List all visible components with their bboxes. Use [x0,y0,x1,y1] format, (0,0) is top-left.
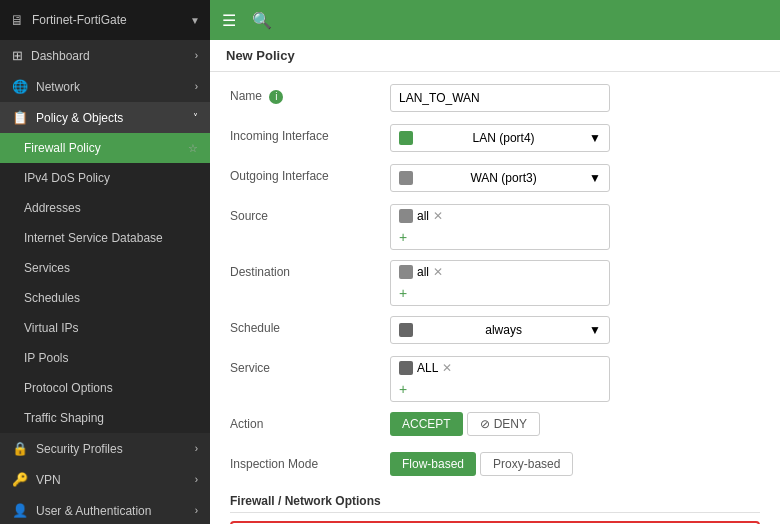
sidebar-item-label: Traffic Shaping [24,411,104,425]
sidebar-item-label: Internet Service Database [24,231,163,245]
incoming-interface-select[interactable]: LAN (port4) ▼ [390,124,610,152]
chevron-down-icon: ▼ [190,15,200,26]
outgoing-interface-row: Outgoing Interface WAN (port3) ▼ [230,164,760,194]
outgoing-interface-select[interactable]: WAN (port3) ▼ [390,164,610,192]
source-tag-icon [399,209,413,223]
source-label: Source [230,204,390,223]
sidebar-item-label: Policy & Objects [36,111,123,125]
sidebar-item-label: Firewall Policy [24,141,101,155]
name-input[interactable] [390,84,610,112]
service-value: ALL [417,361,438,375]
sidebar-item-label: Addresses [24,201,81,215]
source-control: all ✕ + [390,204,760,250]
inspection-mode-control: Flow-based Proxy-based [390,452,760,476]
remove-service-icon[interactable]: ✕ [442,361,452,375]
device-icon: 🖥 [10,12,24,28]
chevron-right-icon: › [195,81,198,92]
schedule-value: always [485,323,522,337]
schedule-label: Schedule [230,316,390,335]
sidebar-item-protocol-options[interactable]: Protocol Options [0,373,210,403]
sidebar-item-traffic-shaping[interactable]: Traffic Shaping [0,403,210,433]
action-row: Action ACCEPT ⊘ DENY [230,412,760,442]
user-icon: 👤 [12,503,28,518]
destination-tag-box[interactable]: all ✕ + [390,260,610,306]
name-label: Name i [230,84,390,104]
remove-destination-icon[interactable]: ✕ [433,265,443,279]
sidebar-item-vpn[interactable]: 🔑 VPN › [0,464,210,495]
menu-icon[interactable]: ☰ [222,11,236,30]
content-area: Name i Incoming Interface LAN (port4) ▼ … [210,72,780,524]
inspection-mode-label: Inspection Mode [230,452,390,471]
action-btn-group: ACCEPT ⊘ DENY [390,412,760,436]
chevron-down-icon: ˅ [193,112,198,123]
sidebar-top: 🖥 Fortinet-FortiGate ▼ [0,0,210,40]
sidebar-item-ipv4-dos[interactable]: IPv4 DoS Policy [0,163,210,193]
proxy-based-button[interactable]: Proxy-based [480,452,573,476]
info-icon[interactable]: i [269,90,283,104]
sidebar-item-label: User & Authentication [36,504,151,518]
sidebar-item-user-auth[interactable]: 👤 User & Authentication › [0,495,210,524]
sidebar-item-internet-service-db[interactable]: Internet Service Database [0,223,210,253]
destination-value: all [417,265,429,279]
sidebar-item-firewall-policy[interactable]: Firewall Policy ☆ [0,133,210,163]
schedule-row: Schedule always ▼ [230,316,760,346]
star-icon: ☆ [188,142,198,155]
deny-button[interactable]: ⊘ DENY [467,412,540,436]
accept-button[interactable]: ACCEPT [390,412,463,436]
security-icon: 🔒 [12,441,28,456]
outgoing-interface-control: WAN (port3) ▼ [390,164,760,192]
sidebar-item-label: Security Profiles [36,442,123,456]
sidebar-item-label: IP Pools [24,351,68,365]
name-control [390,84,760,112]
sidebar-item-schedules[interactable]: Schedules [0,283,210,313]
sidebar: 🖥 Fortinet-FortiGate ▼ ⊞ Dashboard › 🌐 N… [0,0,210,524]
source-tag-box[interactable]: all ✕ + [390,204,610,250]
service-row: Service ALL ✕ + [230,356,760,402]
dest-tag-icon [399,265,413,279]
add-destination-button[interactable]: + [399,285,601,301]
remove-source-icon[interactable]: ✕ [433,209,443,223]
service-tag: ALL ✕ [399,361,452,375]
sidebar-item-security-profiles[interactable]: 🔒 Security Profiles › [0,433,210,464]
schedule-select[interactable]: always ▼ [390,316,610,344]
sidebar-item-label: IPv4 DoS Policy [24,171,110,185]
sidebar-item-virtual-ips[interactable]: Virtual IPs [0,313,210,343]
dropdown-arrow-icon: ▼ [589,171,601,185]
destination-row: Destination all ✕ + [230,260,760,306]
interface-icon [399,171,413,185]
schedule-icon [399,323,413,337]
sidebar-item-services[interactable]: Services [0,253,210,283]
flow-based-button[interactable]: Flow-based [390,452,476,476]
dropdown-arrow-icon: ▼ [589,131,601,145]
page-header: New Policy [210,40,780,72]
sidebar-item-policy-objects[interactable]: 📋 Policy & Objects ˅ [0,102,210,133]
service-tag-icon [399,361,413,375]
sidebar-item-label: Services [24,261,70,275]
add-source-button[interactable]: + [399,229,601,245]
sidebar-item-ip-pools[interactable]: IP Pools [0,343,210,373]
destination-control: all ✕ + [390,260,760,306]
dropdown-arrow-icon: ▼ [589,323,601,337]
chevron-right-icon: › [195,505,198,516]
incoming-interface-control: LAN (port4) ▼ [390,124,760,152]
source-tag: all ✕ [399,209,443,223]
action-label: Action [230,412,390,431]
outgoing-interface-label: Outgoing Interface [230,164,390,183]
main-content: ☰ 🔍 New Policy Name i Incoming Interface… [210,0,780,524]
search-icon[interactable]: 🔍 [252,11,272,30]
sidebar-item-label: Protocol Options [24,381,113,395]
device-name: Fortinet-FortiGate [32,13,182,27]
chevron-right-icon: › [195,443,198,454]
add-service-button[interactable]: + [399,381,601,397]
policy-icon: 📋 [12,110,28,125]
deny-icon: ⊘ [480,417,490,431]
page-title: New Policy [226,48,295,63]
sidebar-item-dashboard[interactable]: ⊞ Dashboard › [0,40,210,71]
name-row: Name i [230,84,760,114]
service-tag-box[interactable]: ALL ✕ + [390,356,610,402]
sidebar-item-addresses[interactable]: Addresses [0,193,210,223]
dashboard-icon: ⊞ [12,48,23,63]
sidebar-item-network[interactable]: 🌐 Network › [0,71,210,102]
sidebar-item-label: Virtual IPs [24,321,78,335]
chevron-right-icon: › [195,474,198,485]
